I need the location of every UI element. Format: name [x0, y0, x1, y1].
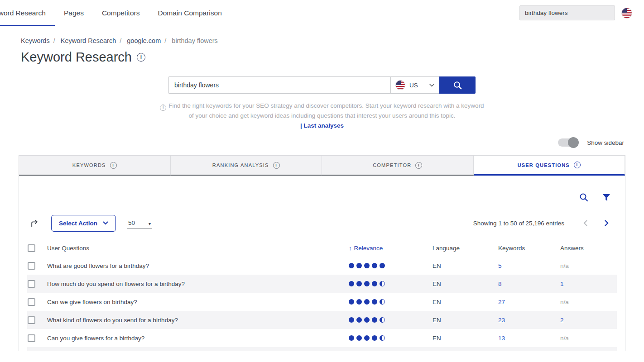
relevance-dots: [349, 299, 433, 305]
answers-cell[interactable]: 1: [560, 281, 617, 287]
filter-icon[interactable]: [602, 194, 610, 201]
nav-item[interactable]: Keyword Research: [0, 0, 55, 26]
breadcrumb-item[interactable]: google.com: [127, 37, 170, 44]
export-icon[interactable]: [30, 219, 39, 228]
main-nav: Keyword Research Pages Competitors Domai…: [0, 0, 231, 26]
keywords-cell[interactable]: 13: [498, 335, 560, 342]
question-cell: What are good flowers for a birthday?: [47, 262, 349, 269]
nav-item[interactable]: Pages: [55, 0, 93, 26]
answers-cell[interactable]: n/a: [560, 262, 617, 269]
breadcrumb-item[interactable]: Keyword Research: [61, 37, 125, 44]
global-search: [519, 5, 632, 20]
nav-item[interactable]: Competitors: [93, 0, 149, 26]
tab[interactable]: RANKING ANALYSIS i: [171, 156, 322, 176]
results-card: KEYWORDS i RANKING ANALYSIS i COMPETITOR…: [19, 155, 625, 351]
table-search-icon[interactable]: [579, 192, 589, 202]
keyword-search-input[interactable]: [168, 76, 390, 94]
table-action-row: Select Action 50 ▾ Showing 1 to 50 of 25…: [27, 214, 617, 232]
info-icon[interactable]: i: [273, 162, 280, 169]
country-code: US: [409, 82, 418, 89]
relevance-dots: [349, 281, 433, 286]
answers-cell[interactable]: 2: [560, 317, 617, 324]
show-sidebar-toggle[interactable]: [558, 138, 578, 147]
us-flag-icon: [621, 8, 632, 19]
search-icon: [453, 81, 462, 90]
nav-item[interactable]: Domain Comparison: [149, 0, 231, 26]
column-header-answers[interactable]: Answers: [560, 245, 617, 252]
table-body: What are good flowers for a birthday? EN…: [27, 257, 617, 351]
search-button[interactable]: [439, 76, 476, 94]
row-checkbox[interactable]: [28, 334, 35, 342]
pagination-prev-icon[interactable]: [582, 218, 589, 228]
page-size-select[interactable]: 50 ▾: [127, 218, 152, 229]
chevron-down-icon: [103, 221, 108, 225]
tab-label: RANKING ANALYSIS: [212, 162, 269, 168]
answers-cell[interactable]: n/a: [560, 299, 617, 305]
breadcrumb-item[interactable]: birthday flowers: [172, 37, 218, 44]
keyword-search-section: US iFind the right keywords for your SEO…: [168, 76, 476, 131]
pagination-status: Showing 1 to 50 of 25,196 entries: [473, 220, 564, 227]
info-icon[interactable]: i: [574, 162, 581, 168]
language-cell: EN: [433, 281, 498, 287]
tab-content: Select Action 50 ▾ Showing 1 to 50 of 25…: [19, 176, 625, 351]
row-checkbox[interactable]: [28, 262, 35, 270]
column-header-relevance[interactable]: ↑ Relevance: [349, 245, 433, 252]
page-title-text: Keyword Research: [21, 50, 132, 65]
relevance-dots: [349, 335, 433, 341]
last-analyses-link[interactable]: | Last analyses: [168, 121, 476, 131]
tab[interactable]: KEYWORDS i: [19, 156, 171, 176]
tab-label: COMPETITOR: [373, 162, 411, 168]
global-search-input[interactable]: [519, 5, 615, 20]
keywords-cell[interactable]: 27: [498, 299, 560, 305]
select-action-label: Select Action: [59, 220, 97, 227]
info-icon[interactable]: i: [110, 162, 117, 169]
relevance-dots: [349, 263, 433, 268]
language-cell: EN: [433, 335, 498, 342]
caret-down-icon: ▾: [149, 221, 151, 226]
language-cell: EN: [433, 299, 498, 305]
language-cell: EN: [433, 317, 498, 324]
nav-item-label: Keyword Research: [0, 9, 46, 17]
page-size-value: 50: [128, 219, 135, 226]
search-help-text: iFind the right keywords for your SEO st…: [159, 101, 485, 121]
result-tabs: KEYWORDS i RANKING ANALYSIS i COMPETITOR…: [19, 156, 625, 176]
info-icon[interactable]: i: [137, 53, 145, 62]
question-cell: Can you give flowers for a birthday?: [47, 335, 349, 342]
table-row: Can we give flowers on birthday? EN 27 n…: [27, 293, 617, 311]
row-checkbox[interactable]: [28, 280, 35, 288]
info-icon: i: [160, 105, 166, 111]
table-row: How much do you spend on flowers for a b…: [27, 275, 617, 293]
keywords-cell[interactable]: 5: [498, 262, 560, 269]
tab[interactable]: USER QUESTIONS i: [474, 156, 625, 176]
breadcrumb: Keywords Keyword Research google.com bir…: [21, 37, 644, 44]
chevron-down-icon: [429, 84, 434, 87]
row-checkbox[interactable]: [28, 298, 35, 306]
top-navigation-bar: Keyword Research Pages Competitors Domai…: [0, 0, 644, 26]
tab[interactable]: COMPETITOR i: [322, 156, 474, 176]
pagination-next-icon[interactable]: [603, 218, 610, 228]
keywords-cell[interactable]: 8: [498, 281, 560, 287]
column-header-language[interactable]: Language: [433, 245, 498, 252]
keywords-cell[interactable]: 23: [498, 317, 560, 324]
sort-ascending-icon: ↑: [349, 245, 352, 252]
select-action-button[interactable]: Select Action: [51, 215, 116, 232]
column-header-question[interactable]: User Questions: [47, 245, 349, 252]
country-select[interactable]: US: [390, 76, 439, 94]
user-questions-table: User Questions ↑ Relevance Language Keyw…: [27, 240, 617, 351]
breadcrumb-item[interactable]: Keywords: [21, 37, 59, 44]
us-flag-icon: [395, 80, 405, 90]
question-cell: Can we give flowers on birthday?: [47, 299, 349, 305]
nav-item-label: Competitors: [102, 9, 140, 17]
table-header-row: User Questions ↑ Relevance Language Keyw…: [27, 240, 617, 257]
question-cell: What kind of flowers do you send for a b…: [47, 317, 349, 324]
row-checkbox[interactable]: [28, 316, 35, 324]
table-row: What are good flowers for a birthday? EN…: [27, 257, 617, 275]
select-all-checkbox[interactable]: [28, 244, 35, 252]
nav-item-label: Pages: [64, 9, 84, 17]
info-icon[interactable]: i: [415, 162, 422, 169]
column-header-keywords[interactable]: Keywords: [498, 245, 560, 252]
tab-label: USER QUESTIONS: [518, 162, 570, 168]
table-tools: [27, 176, 617, 203]
nav-item-label: Domain Comparison: [158, 9, 221, 17]
answers-cell[interactable]: n/a: [560, 335, 617, 342]
